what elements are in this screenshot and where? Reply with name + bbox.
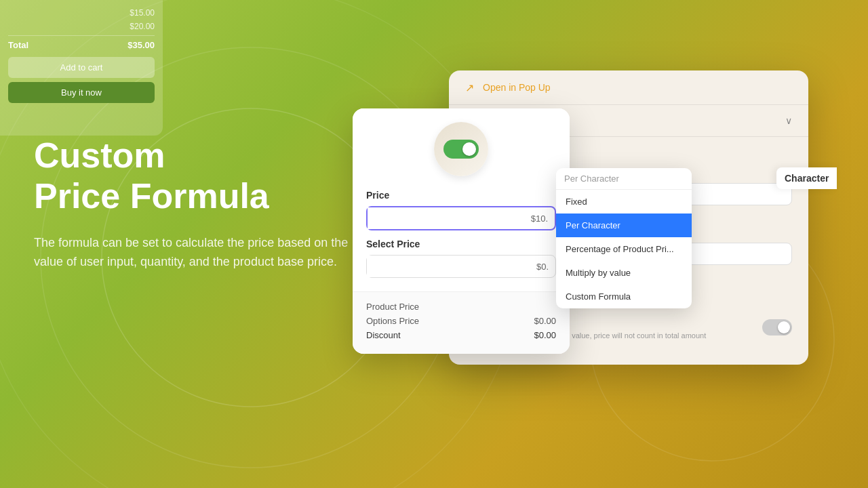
price-input-row: $10. [366, 206, 556, 230]
options-price-value: $0.00 [534, 316, 556, 326]
dropdown-menu: Per Character Fixed Per Character Percen… [556, 168, 692, 308]
product-row-1-value: $15.00 [130, 8, 155, 18]
product-total-row: Total $35.00 [8, 35, 155, 50]
select-price-row: $0. [366, 255, 556, 278]
config-panel-header: ↗ Open in Pop Up [449, 70, 808, 104]
product-row-1: $15.00 [8, 8, 155, 18]
price-field-label: Price [366, 190, 556, 201]
select-price-amount: $0. [536, 262, 555, 272]
dropdown-item-per-character[interactable]: Per Character [556, 214, 692, 237]
dropdown-item-custom-formula[interactable]: Custom Formula [556, 285, 692, 308]
use-just-for-show-toggle[interactable] [762, 319, 792, 336]
product-total-label: Total [8, 40, 28, 50]
discount-row: Discount $0.00 [366, 330, 556, 340]
price-input[interactable] [368, 207, 531, 229]
product-price-row: Product Price [366, 302, 556, 312]
price-breakdown: Product Price Options Price $0.00 Discou… [353, 291, 570, 354]
product-total-value: $35.00 [127, 40, 155, 50]
product-price-label: Product Price [366, 302, 419, 312]
dropdown-placeholder: Per Character [564, 174, 619, 184]
open-popup-link[interactable]: Open in Pop Up [483, 82, 551, 93]
price-amount: $10. [531, 214, 555, 224]
hero-description: The formula can be set to calculate the … [34, 233, 359, 272]
chevron-down-icon[interactable]: ∨ [785, 115, 792, 126]
discount-label: Discount [366, 330, 401, 340]
buy-now-button[interactable]: Buy it now [8, 82, 155, 103]
dropdown-item-fixed[interactable]: Fixed [556, 190, 692, 214]
big-toggle-pill[interactable] [443, 140, 479, 159]
dropdown-search-row: Per Character [556, 168, 692, 190]
options-price-label: Options Price [366, 316, 419, 326]
product-preview: $15.00 $20.00 Total $35.00 Add to cart B… [0, 0, 163, 136]
dropdown-item-percentage[interactable]: Percentage of Product Pri... [556, 237, 692, 261]
price-summary-top: Price $10. Select Price $0. [353, 108, 570, 291]
add-to-cart-button[interactable]: Add to cart [8, 57, 155, 78]
product-row-2-value: $20.00 [130, 22, 155, 31]
big-toggle-circle [434, 122, 488, 176]
character-section-label: Character [776, 167, 837, 189]
select-price-input[interactable] [367, 256, 536, 277]
product-row-2: $20.00 [8, 22, 155, 31]
toggle-circle-container [366, 122, 556, 176]
price-summary-card: Price $10. Select Price $0. Product Pric… [353, 108, 570, 354]
popup-icon: ↗ [465, 81, 477, 94]
select-price-label: Select Price [366, 239, 556, 249]
dropdown-item-multiply[interactable]: Multiply by value [556, 261, 692, 285]
options-price-row: Options Price $0.00 [366, 316, 556, 326]
big-toggle-knob [462, 142, 476, 156]
discount-value: $0.00 [534, 330, 556, 340]
